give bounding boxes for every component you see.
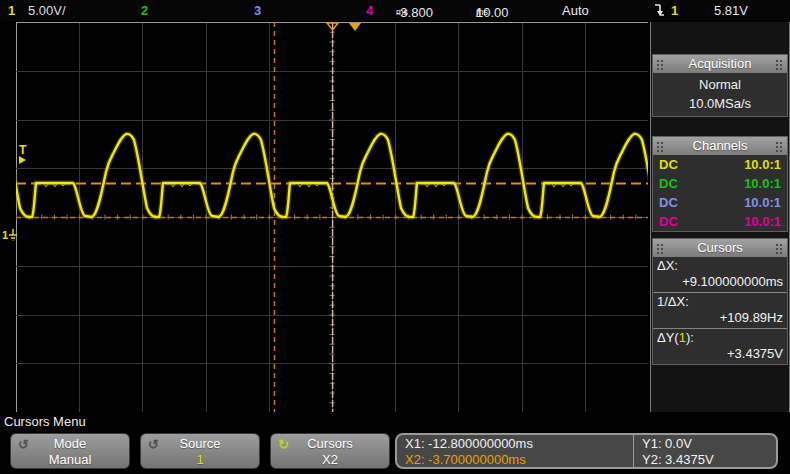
channel-3-button[interactable]: 3 [254,2,261,19]
channel-row-4: DC 10.0:1 [653,212,787,231]
y2-readout: Y2: 3.4375V [642,452,776,468]
drag-handle-icon [656,141,665,152]
trigger-source-indicator[interactable]: 1 [671,2,678,19]
drag-handle-icon [656,59,665,70]
y1-readout: Y1: 0.0V [642,436,776,452]
trigger-level-readout[interactable]: 5.81V [714,2,748,19]
softkey-cursors-value: X2 [271,452,389,467]
ch3-coupling: DC [659,193,678,212]
acquisition-panel: Acquisition Normal 10.0MSa/s [652,54,788,117]
softkey-menu-bar: Cursors Menu ↺ Mode Manual ↺ Source 1 ↻ … [0,412,790,474]
top-status-bar: 1 5.00V/ 2 3 4 -3.800ms 10.00ms/ Auto 1 … [0,0,790,21]
delta-x-value: +9.100000000ms [653,274,787,290]
inverse-delta-x-value: +109.89Hz [653,310,787,326]
acquisition-header[interactable]: Acquisition [653,55,787,73]
cursor-readout-panel: X1: -12.800000000ms X2: -3.700000000ms Y… [395,433,778,469]
ch4-coupling: DC [659,212,678,231]
delta-y-label: ΔY(1): [653,330,787,346]
timebase-suffix: / [476,4,480,21]
channel-1-button[interactable]: 1 [8,2,15,19]
channels-header[interactable]: Channels [653,137,787,155]
trigger-level-letter: T [19,143,27,157]
softkey-source-value: 1 [141,452,259,467]
ch1-coupling: DC [659,155,678,174]
waveform-display[interactable]: T [16,22,648,412]
delta-y-label-post: ): [686,330,694,345]
oscilloscope-screen: 1 5.00V/ 2 3 4 -3.800ms 10.00ms/ Auto 1 … [0,0,790,474]
softkey-source-button[interactable]: ↺ Source 1 [140,433,260,469]
channel-1-scale[interactable]: 5.00V/ [28,2,66,19]
cycle-icon-active: ↻ [278,437,289,452]
x1-readout: X1: -12.800000000ms [405,436,633,452]
cycle-icon: ↺ [18,437,29,452]
softkey-cursors-button[interactable]: ↻ Cursors X2 [270,433,390,469]
delta-y-value: +3.4375V [653,346,787,362]
channel-2-button[interactable]: 2 [141,2,148,19]
channel-row-1: DC 10.0:1 [653,155,787,174]
softkey-mode-value: Manual [11,452,129,467]
info-sidebar: Acquisition Normal 10.0MSa/s Channels DC… [650,22,790,412]
delay-unit: ms [396,4,408,21]
acquisition-title: Acquisition [689,56,752,71]
cycle-icon: ↺ [148,437,159,452]
ch2-coupling: DC [659,174,678,193]
inverse-delta-x-label: 1/ΔX: [653,294,787,310]
acquisition-mode: Normal [653,75,787,94]
ch2-probe-ratio: 10.0:1 [744,174,781,193]
cursors-panel: Cursors ΔX: +9.100000000ms 1/ΔX: +109.89… [652,238,788,365]
drag-handle-icon [656,243,665,254]
delta-y-channel: 1 [679,330,686,345]
drag-handle-icon [775,243,784,254]
drag-handle-icon [775,141,784,152]
menu-title: Cursors Menu [4,414,86,429]
ch4-probe-ratio: 10.0:1 [744,212,781,231]
channel-row-2: DC 10.0:1 [653,174,787,193]
delta-x-row: ΔX: +9.100000000ms [653,257,787,293]
inverse-delta-x-row: 1/ΔX: +109.89Hz [653,293,787,329]
trigger-edge-icon [652,2,666,19]
ch3-probe-ratio: 10.0:1 [744,193,781,212]
drag-handle-icon [775,59,784,70]
trigger-time-marker-icon[interactable] [349,23,361,31]
delta-y-label-pre: ΔY( [657,330,679,345]
ground-marker[interactable]: 1 [2,229,18,241]
delta-x-label: ΔX: [653,258,787,274]
scope-graticule-svg: T [16,22,648,412]
trigger-level-marker-icon[interactable] [19,156,26,164]
delta-y-row: ΔY(1): +3.4375V [653,329,787,364]
x2-readout: X2: -3.700000000ms [405,452,633,468]
cursors-title: Cursors [697,240,743,255]
ground-icon [8,229,18,241]
cursors-header[interactable]: Cursors [653,239,787,257]
sample-rate: 10.0MSa/s [653,94,787,113]
run-mode-indicator[interactable]: Auto [562,2,589,19]
channel-4-button[interactable]: 4 [366,2,373,19]
ch1-probe-ratio: 10.0:1 [744,155,781,174]
channels-title: Channels [693,138,748,153]
softkey-mode-button[interactable]: ↺ Mode Manual [10,433,130,469]
channels-panel: Channels DC 10.0:1 DC 10.0:1 DC 10.0:1 D… [652,136,788,232]
channel-row-3: DC 10.0:1 [653,193,787,212]
